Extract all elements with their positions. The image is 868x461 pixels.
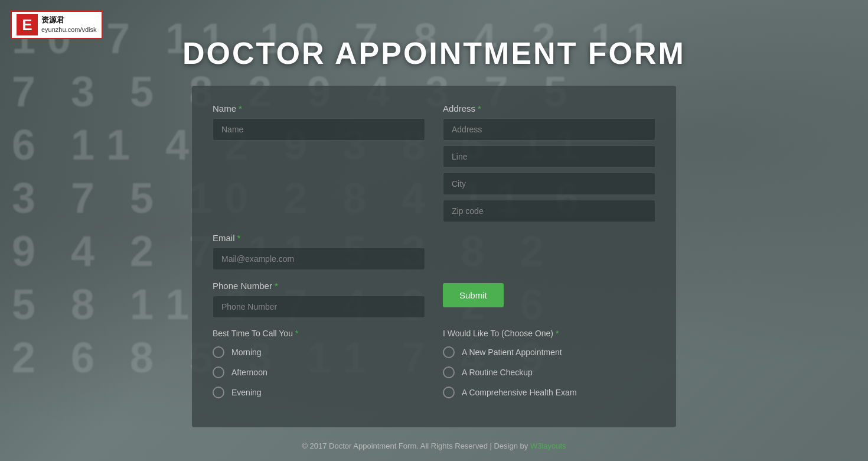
radio-circle-morning (213, 346, 224, 358)
address-field-col: Address* (443, 103, 655, 222)
logo-brand: 资源君 (41, 15, 97, 25)
email-input[interactable] (213, 248, 425, 270)
email-field-col: Email* (213, 233, 425, 270)
address-inputs (443, 118, 655, 222)
phone-required: * (275, 281, 278, 291)
phone-label: Phone Number* (213, 281, 425, 291)
radio-comprehensive-label: A Comprehensive Health Exam (462, 388, 577, 397)
submit-button[interactable]: Submit (443, 283, 504, 307)
logo-url: eyunzhu.com/vdisk (41, 25, 97, 34)
radio-evening[interactable]: Evening (213, 387, 425, 398)
form-container: Name* Address* Email* (192, 86, 676, 427)
form-row-1: Name* Address* (213, 103, 655, 222)
form-row-2: Email* (213, 233, 655, 270)
logo-letter: E (17, 14, 38, 35)
address-line-input[interactable] (443, 145, 655, 168)
radio-circle-routine (443, 366, 455, 378)
phone-field-col: Phone Number* (213, 281, 425, 318)
radio-evening-label: Evening (231, 388, 262, 397)
choose-required: * (556, 329, 559, 338)
logo-text: 资源君 eyunzhu.com/vdisk (41, 15, 97, 34)
address-label: Address* (443, 103, 655, 113)
radio-circle-afternoon (213, 366, 224, 378)
radio-morning[interactable]: Morning (213, 346, 425, 358)
submit-col (443, 233, 655, 270)
form-row-3: Phone Number* Submit (213, 281, 655, 318)
email-label: Email* (213, 233, 425, 243)
radio-afternoon-label: Afternoon (231, 368, 267, 377)
address-required: * (478, 103, 481, 113)
name-label: Name* (213, 103, 425, 113)
submit-btn-col: Submit (443, 281, 655, 318)
zip-input[interactable] (443, 200, 655, 222)
name-input[interactable] (213, 118, 425, 141)
radio-routine[interactable]: A Routine Checkup (443, 366, 655, 378)
email-required: * (237, 233, 241, 243)
page-title: DOCTOR APPOINTMENT FORM (0, 35, 868, 71)
radio-circle-evening (213, 387, 224, 398)
city-input[interactable] (443, 173, 655, 195)
choose-label: I Would Like To (Choose One) * (443, 329, 655, 338)
logo: E 资源君 eyunzhu.com/vdisk (11, 11, 103, 39)
radio-circle-comprehensive (443, 387, 455, 398)
footer: © 2017 Doctor Appointment Form. All Righ… (0, 441, 868, 450)
radio-morning-label: Morning (231, 348, 262, 357)
radio-new-patient-label: A New Patient Appointment (462, 348, 562, 357)
radio-circle-new-patient (443, 346, 455, 358)
name-field-col: Name* (213, 103, 425, 222)
phone-input[interactable] (213, 296, 425, 318)
best-time-col: Best Time To Call You * Morning Afternoo… (213, 329, 425, 407)
address-input[interactable] (443, 118, 655, 141)
footer-text: © 2017 Doctor Appointment Form. All Righ… (302, 441, 530, 450)
name-required: * (239, 103, 242, 113)
radio-new-patient[interactable]: A New Patient Appointment (443, 346, 655, 358)
footer-link[interactable]: W3layouts (530, 441, 566, 450)
best-time-required: * (295, 329, 298, 338)
radio-afternoon[interactable]: Afternoon (213, 366, 425, 378)
choose-col: I Would Like To (Choose One) * A New Pat… (443, 329, 655, 407)
radio-comprehensive[interactable]: A Comprehensive Health Exam (443, 387, 655, 398)
radio-routine-label: A Routine Checkup (462, 368, 533, 377)
bottom-section: Best Time To Call You * Morning Afternoo… (213, 329, 655, 407)
best-time-label: Best Time To Call You * (213, 329, 425, 338)
